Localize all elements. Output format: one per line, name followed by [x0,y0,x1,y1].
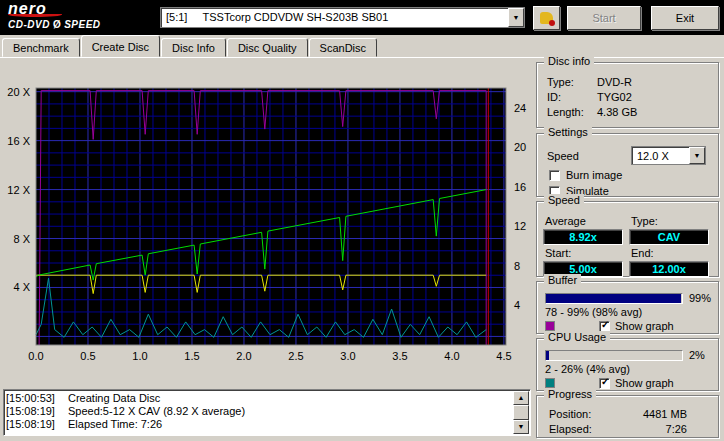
burn-image-checkbox[interactable]: ✓ [549,170,560,181]
disc-id-label: ID: [547,91,597,103]
svg-text:16 X: 16 X [7,135,30,147]
tab-disc-quality[interactable]: Disc Quality [227,38,308,57]
disc-type-label: Type: [547,76,597,88]
svg-text:20 X: 20 X [7,86,30,98]
speed-type-value: CAV [629,229,709,245]
svg-text:8: 8 [514,260,520,272]
buffer-range: 78 - 99% (98% avg) [537,306,718,318]
svg-text:0.0: 0.0 [28,350,43,362]
average-speed-value: 8.92x [543,229,623,245]
log-entry: [15:08:19]Speed:5-12 X CAV (8.92 X avera… [6,405,512,418]
start-button[interactable]: Start [567,6,641,30]
svg-text:16: 16 [514,181,526,193]
scroll-down-icon[interactable]: ▼ [513,420,529,434]
svg-text:12 X: 12 X [7,184,30,196]
group-title: Settings [544,126,592,138]
scroll-up-icon[interactable]: ▲ [513,391,529,405]
tab-disc-info[interactable]: Disc Info [161,38,226,57]
cpu-usage-group: CPU Usage 2% 2 - 26% (4% avg) ✓ Show gra… [536,338,719,391]
burn-image-label: Burn image [566,169,622,181]
speed-select-value: 12.0 X [632,147,689,164]
burn-icon [540,12,553,24]
log-box: [15:00:53]Creating Data Disc[15:08:19]Sp… [3,389,531,436]
progress-group: Progress Position:4481 MB Elapsed:7:26 [536,395,719,438]
group-title: Progress [544,388,596,400]
log-rows: [15:00:53]Creating Data Disc[15:08:19]Sp… [6,392,512,433]
disc-id-value: TYG02 [597,91,632,103]
svg-text:4: 4 [514,299,520,311]
type-label: Type: [631,215,715,227]
speed-select[interactable]: 12.0 X ▼ [631,146,706,165]
product-left: CD-DVD [8,19,50,30]
disc-length-value: 4.38 GB [597,106,637,118]
chevron-down-icon[interactable]: ▼ [689,147,705,164]
svg-text:8 X: 8 X [13,233,30,245]
svg-text:4.5: 4.5 [496,350,511,362]
buffer-bar [545,293,683,304]
cpu-show-graph-checkbox[interactable]: ✓ [599,378,610,389]
svg-text:2.0: 2.0 [236,350,251,362]
group-title: Buffer [544,274,581,286]
speed-chart: 4 X8 X12 X16 X20 X48121620240.00.51.01.5… [0,58,532,380]
position-label: Position: [549,408,607,420]
svg-text:24: 24 [514,102,526,114]
elapsed-value: 7:26 [607,423,687,435]
product-text: CD-DVD Ø SPEED [8,19,101,30]
chevron-down-icon[interactable]: ▼ [508,8,524,27]
cpu-percent: 2% [689,349,705,361]
end-speed-value: 12.00x [629,261,709,277]
svg-text:2.5: 2.5 [288,350,303,362]
cpu-color-swatch [545,378,555,388]
speed-select-label: Speed [547,150,631,162]
svg-text:4 X: 4 X [13,281,30,293]
title-bar: nero CD-DVD Ø SPEED [5:1] TSSTcorp CDDVD… [0,0,724,35]
position-value: 4481 MB [607,408,687,420]
cpu-bar-fill [546,351,549,360]
buffer-percent: 99% [689,292,711,304]
svg-text:20: 20 [514,141,526,153]
disc-type-value: DVD-R [597,76,632,88]
tab-benchmark[interactable]: Benchmark [2,38,80,57]
tab-scandisc[interactable]: ScanDisc [309,38,377,57]
svg-text:12: 12 [514,220,526,232]
start-label: Start: [545,247,629,259]
log-entry: [15:08:19]Elapsed Time: 7:26 [6,418,512,431]
tab-create-disc[interactable]: Create Disc [81,35,160,57]
nero-logo: nero CD-DVD Ø SPEED [8,1,101,30]
svg-text:4.0: 4.0 [444,350,459,362]
log-scrollbar[interactable]: ▲ ▼ [513,391,529,434]
drive-select-value: [5:1] TSSTcorp CDDVDW SH-S203B SB01 [161,8,508,27]
elapsed-label: Elapsed: [549,423,607,435]
average-label: Average [545,215,629,227]
disc-info-group: Disc info Type:DVD-R ID:TYG02 Length:4.3… [536,62,719,128]
svg-text:0.5: 0.5 [80,350,95,362]
buffer-group: Buffer 99% 78 - 99% (98% avg) ✓ Show gra… [536,281,719,334]
product-right: SPEED [64,19,100,30]
buffer-show-graph-label: Show graph [615,320,674,332]
buffer-bar-fill [546,294,681,303]
burn-tool-button[interactable] [533,6,560,30]
tab-bar: Benchmark Create Disc Disc Info Disc Qua… [0,35,724,57]
exit-button[interactable]: Exit [651,6,719,30]
disc-length-label: Length: [547,106,597,118]
log-entry: [15:00:53]Creating Data Disc [6,392,512,405]
cpu-bar [545,350,683,361]
buffer-show-graph-checkbox[interactable]: ✓ [599,321,610,332]
group-title: CPU Usage [544,331,610,343]
cpu-range: 2 - 26% (4% avg) [537,363,718,375]
speed-group: Speed Average Type: 8.92x CAV Start: End… [536,201,719,277]
svg-text:1.5: 1.5 [184,350,199,362]
disc-icon: Ø [53,19,61,30]
end-label: End: [631,247,715,259]
checkmark-icon: ✓ [601,319,609,330]
cpu-show-graph-label: Show graph [615,377,674,389]
drive-select[interactable]: [5:1] TSSTcorp CDDVDW SH-S203B SB01 ▼ [160,7,525,28]
checkmark-icon: ✓ [601,376,609,387]
svg-text:3.5: 3.5 [392,350,407,362]
group-title: Speed [544,194,584,206]
group-title: Disc info [544,55,594,67]
svg-text:1.0: 1.0 [132,350,147,362]
scrollbar-thumb[interactable] [513,405,529,420]
svg-text:3.0: 3.0 [340,350,355,362]
settings-group: Settings Speed 12.0 X ▼ ✓ Burn image ✓ S… [536,133,719,197]
